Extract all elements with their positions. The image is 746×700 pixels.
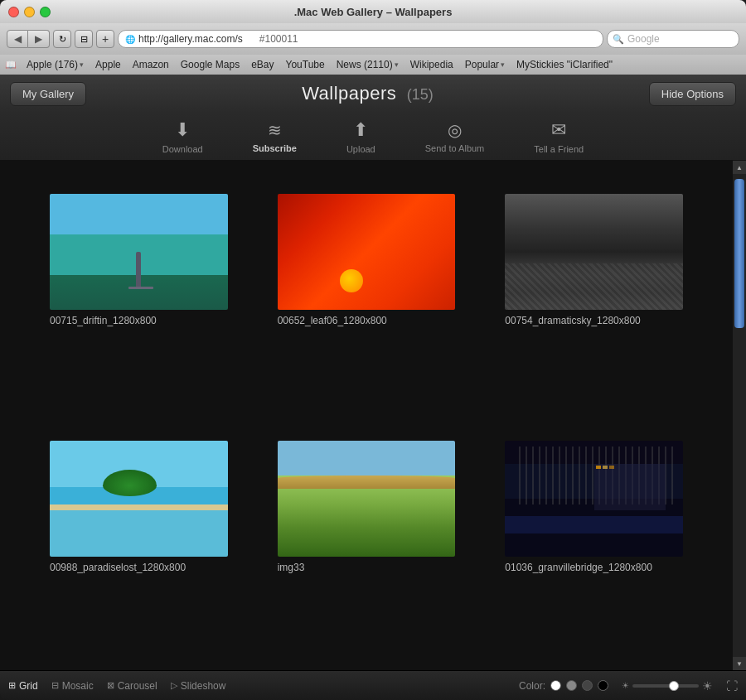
browser-toolbar: ◀ ▶ ↻ ⊟ + 🌐 http://gallery.mac.com/s #10… bbox=[0, 23, 746, 55]
download-action[interactable]: ⬇ Download bbox=[162, 119, 203, 154]
brightness-max-icon: ☀ bbox=[702, 679, 713, 693]
gallery-item-driftin[interactable]: 00715_driftin_1280x800 bbox=[50, 194, 228, 408]
gallery-grid: 00715_driftin_1280x800 00652_leaf06_1280… bbox=[0, 161, 733, 670]
scroll-up-button[interactable]: ▲ bbox=[733, 161, 746, 174]
minimize-button[interactable] bbox=[24, 7, 35, 17]
gallery-item-granville[interactable]: 01036_granvillebridge_1280x800 bbox=[505, 441, 683, 654]
gallery-label-driftin: 00715_driftin_1280x800 bbox=[50, 315, 228, 326]
bookmark-button[interactable]: ⊟ bbox=[75, 30, 93, 48]
bookmark-amazon[interactable]: Amazon bbox=[128, 57, 174, 72]
scroll-thumb[interactable] bbox=[734, 179, 744, 328]
tell-friend-label: Tell a Friend bbox=[534, 144, 584, 154]
send-to-album-action[interactable]: ◎ Send to Album bbox=[425, 120, 485, 153]
view-grid[interactable]: ⊞ Grid bbox=[8, 680, 38, 692]
address-hash: #100011 bbox=[259, 33, 298, 45]
bookmark-news[interactable]: News (2110) ▾ bbox=[332, 57, 404, 72]
forward-button[interactable]: ▶ bbox=[28, 30, 50, 48]
search-icon: 🔍 bbox=[613, 34, 624, 45]
view-slideshow[interactable]: ▷ Slideshow bbox=[171, 680, 226, 692]
window-title: .Mac Web Gallery – Wallpapers bbox=[294, 6, 453, 18]
grid-icon: ⊞ bbox=[8, 680, 16, 691]
brightness-slider: ☀ ☀ bbox=[622, 679, 713, 693]
download-icon: ⬇ bbox=[175, 119, 190, 141]
color-label: Color: bbox=[519, 680, 545, 692]
bottom-bar: ⊞ Grid ⊟ Mosaic ⊠ Carousel ▷ Slideshow C… bbox=[0, 670, 746, 700]
gallery-thumbnail-leaf bbox=[278, 194, 456, 310]
gallery-label-img33: img33 bbox=[278, 562, 456, 573]
gallery-title: Wallpapers bbox=[302, 83, 396, 104]
gallery-item-paradise[interactable]: 00988_paradiselost_1280x800 bbox=[50, 441, 228, 654]
gallery-label-dramatic: 00754_dramaticsky_1280x800 bbox=[505, 315, 683, 326]
hide-options-button[interactable]: Hide Options bbox=[649, 82, 736, 106]
gallery-label-paradise: 00988_paradiselost_1280x800 bbox=[50, 562, 228, 573]
slider-thumb[interactable] bbox=[669, 681, 679, 691]
carousel-label: Carousel bbox=[118, 680, 157, 692]
browser-window: .Mac Web Gallery – Wallpapers ◀ ▶ ↻ ⊟ + … bbox=[0, 0, 746, 700]
fullscreen-icon[interactable]: ⛶ bbox=[726, 679, 738, 693]
gallery-item-img33[interactable]: img33 bbox=[278, 441, 456, 654]
address-url: http://gallery.mac.com/s bbox=[138, 33, 243, 45]
gallery-thumbnail-img33 bbox=[278, 441, 456, 557]
bookmark-apple[interactable]: Apple bbox=[90, 57, 126, 72]
scroll-track bbox=[733, 174, 746, 670]
search-placeholder: Google bbox=[627, 33, 660, 45]
mosaic-icon: ⊟ bbox=[51, 680, 59, 691]
refresh-button[interactable]: ↻ bbox=[53, 30, 71, 48]
window-controls bbox=[8, 7, 51, 17]
my-gallery-button[interactable]: My Gallery bbox=[10, 82, 86, 106]
subscribe-action[interactable]: ≋ Subscribe bbox=[253, 120, 297, 153]
scroll-down-button[interactable]: ▼ bbox=[733, 657, 746, 670]
title-bar: .Mac Web Gallery – Wallpapers bbox=[0, 0, 746, 23]
subscribe-icon: ≋ bbox=[268, 120, 282, 140]
color-white[interactable] bbox=[550, 680, 561, 691]
gallery-thumbnail-paradise bbox=[50, 441, 228, 557]
gallery-header: My Gallery Wallpapers (15) Hide Options bbox=[0, 75, 746, 113]
search-bar[interactable]: 🔍 Google bbox=[607, 30, 739, 48]
new-tab-button[interactable]: + bbox=[96, 30, 114, 48]
gallery-title-area: Wallpapers (15) bbox=[302, 83, 434, 104]
address-bar[interactable]: 🌐 http://gallery.mac.com/s #100011 bbox=[118, 30, 603, 48]
bookmark-mystickies[interactable]: MyStickies "iClarified" bbox=[511, 57, 618, 72]
tell-friend-action[interactable]: ✉ Tell a Friend bbox=[534, 119, 584, 154]
bookmark-wikipedia[interactable]: Wikipedia bbox=[405, 57, 458, 72]
slider-track[interactable] bbox=[632, 684, 699, 688]
brightness-min-icon: ☀ bbox=[622, 681, 629, 690]
tell-friend-icon: ✉ bbox=[551, 119, 566, 141]
slideshow-icon: ▷ bbox=[171, 680, 177, 691]
send-to-album-label: Send to Album bbox=[425, 143, 485, 153]
color-dark[interactable] bbox=[582, 680, 593, 691]
gallery-content: 00715_driftin_1280x800 00652_leaf06_1280… bbox=[0, 161, 733, 670]
gallery-item-dramatic[interactable]: 00754_dramaticsky_1280x800 bbox=[505, 194, 683, 408]
grid-label: Grid bbox=[19, 680, 38, 692]
slideshow-label: Slideshow bbox=[181, 680, 226, 692]
bookmarks-icon: 📖 bbox=[5, 60, 17, 70]
gallery-thumbnail-driftin bbox=[50, 194, 228, 310]
bookmark-google-maps[interactable]: Google Maps bbox=[176, 57, 245, 72]
maximize-button[interactable] bbox=[40, 7, 51, 17]
color-black[interactable] bbox=[598, 680, 608, 691]
gallery-thumbnail-dramatic bbox=[505, 194, 683, 310]
bookmark-apple-176[interactable]: Apple (176) ▾ bbox=[22, 57, 89, 72]
send-to-album-icon: ◎ bbox=[448, 120, 462, 140]
upload-icon: ⬆ bbox=[353, 119, 368, 141]
gallery-label-granville: 01036_granvillebridge_1280x800 bbox=[505, 562, 683, 573]
subscribe-label: Subscribe bbox=[253, 143, 297, 153]
scrollbar: ▲ ▼ bbox=[733, 161, 746, 670]
view-mosaic[interactable]: ⊟ Mosaic bbox=[51, 680, 94, 692]
bookmark-ebay[interactable]: eBay bbox=[246, 57, 279, 72]
upload-action[interactable]: ⬆ Upload bbox=[346, 119, 375, 154]
bookmark-popular[interactable]: Popular ▾ bbox=[460, 57, 510, 72]
color-gray[interactable] bbox=[566, 680, 577, 691]
action-toolbar: ⬇ Download ≋ Subscribe ⬆ Upload ◎ Send t… bbox=[0, 113, 746, 161]
bookmark-youtube[interactable]: YouTube bbox=[281, 57, 330, 72]
carousel-icon: ⊠ bbox=[107, 680, 114, 691]
back-button[interactable]: ◀ bbox=[7, 30, 28, 48]
main-gallery-row: 00715_driftin_1280x800 00652_leaf06_1280… bbox=[0, 161, 746, 670]
mosaic-label: Mosaic bbox=[62, 680, 94, 692]
view-carousel[interactable]: ⊠ Carousel bbox=[107, 680, 157, 692]
gallery-label-leaf: 00652_leaf06_1280x800 bbox=[278, 315, 456, 326]
gallery-item-leaf[interactable]: 00652_leaf06_1280x800 bbox=[278, 194, 456, 408]
color-section: Color: bbox=[519, 680, 608, 692]
secure-icon: 🌐 bbox=[125, 35, 135, 44]
close-button[interactable] bbox=[8, 7, 19, 17]
